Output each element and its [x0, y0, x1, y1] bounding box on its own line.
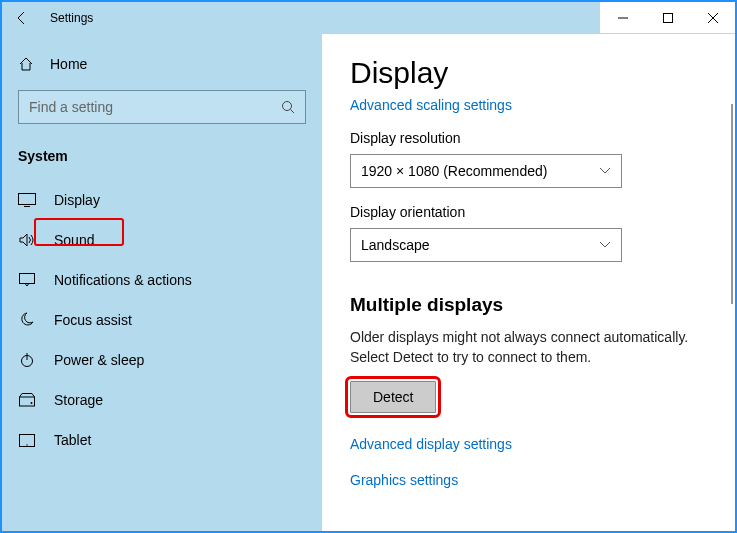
sidebar-item-label: Power & sleep	[54, 352, 144, 368]
sidebar-item-label: Sound	[54, 232, 94, 248]
minimize-button[interactable]	[600, 2, 645, 33]
sidebar-item-label: Display	[54, 192, 100, 208]
titlebar: Settings	[2, 2, 735, 34]
sidebar-category: System	[2, 140, 322, 180]
link-advanced-display[interactable]: Advanced display settings	[350, 436, 512, 452]
multiple-displays-desc: Older displays might not always connect …	[350, 328, 690, 367]
sidebar-item-power-sleep[interactable]: Power & sleep	[2, 340, 322, 380]
sidebar-item-focus-assist[interactable]: Focus assist	[2, 300, 322, 340]
home-icon	[18, 56, 34, 72]
search-placeholder: Find a setting	[29, 99, 281, 115]
body: Home Find a setting System Display Sound…	[2, 34, 735, 531]
sidebar-item-label: Focus assist	[54, 312, 132, 328]
orientation-label: Display orientation	[350, 204, 711, 220]
sidebar-item-tablet[interactable]: Tablet	[2, 420, 322, 460]
resolution-label: Display resolution	[350, 130, 711, 146]
sidebar-home-label: Home	[50, 56, 87, 72]
svg-point-12	[31, 402, 33, 404]
sidebar-item-sound[interactable]: Sound	[2, 220, 322, 260]
window-title: Settings	[50, 11, 93, 25]
settings-window: Settings Home Find a setting System	[0, 0, 737, 533]
search-input[interactable]: Find a setting	[18, 90, 306, 124]
svg-point-14	[26, 444, 27, 445]
window-controls	[600, 2, 735, 33]
maximize-button[interactable]	[645, 2, 690, 33]
close-button[interactable]	[690, 2, 735, 33]
detect-button[interactable]: Detect	[350, 381, 436, 413]
svg-rect-1	[663, 13, 672, 22]
sidebar-item-display[interactable]: Display	[2, 180, 322, 220]
link-graphics-settings[interactable]: Graphics settings	[350, 472, 458, 488]
focus-assist-icon	[18, 312, 36, 328]
notifications-icon	[18, 273, 36, 287]
display-icon	[18, 193, 36, 207]
orientation-dropdown[interactable]: Landscape	[350, 228, 622, 262]
svg-line-5	[291, 110, 295, 114]
sound-icon	[18, 233, 36, 247]
sidebar-home[interactable]: Home	[2, 46, 322, 82]
svg-rect-6	[19, 194, 36, 205]
svg-rect-8	[20, 274, 35, 284]
sidebar-item-storage[interactable]: Storage	[2, 380, 322, 420]
search-icon	[281, 100, 295, 114]
resolution-value: 1920 × 1080 (Recommended)	[361, 163, 547, 179]
power-icon	[18, 352, 36, 368]
page-title: Display	[350, 56, 711, 90]
resolution-dropdown[interactable]: 1920 × 1080 (Recommended)	[350, 154, 622, 188]
scrollbar[interactable]	[731, 104, 733, 304]
svg-point-4	[283, 102, 292, 111]
sidebar-item-notifications[interactable]: Notifications & actions	[2, 260, 322, 300]
chevron-down-icon	[599, 241, 611, 249]
svg-rect-11	[20, 397, 35, 406]
chevron-down-icon	[599, 167, 611, 175]
back-button[interactable]	[14, 10, 38, 26]
orientation-value: Landscape	[361, 237, 430, 253]
storage-icon	[18, 393, 36, 407]
sidebar: Home Find a setting System Display Sound…	[2, 34, 322, 531]
sidebar-item-label: Tablet	[54, 432, 91, 448]
sidebar-item-label: Notifications & actions	[54, 272, 192, 288]
multiple-displays-heading: Multiple displays	[350, 294, 711, 316]
sidebar-item-label: Storage	[54, 392, 103, 408]
tablet-icon	[18, 434, 36, 447]
main-content: Display Advanced scaling settings Displa…	[322, 34, 735, 531]
link-advanced-scaling[interactable]: Advanced scaling settings	[350, 97, 512, 113]
